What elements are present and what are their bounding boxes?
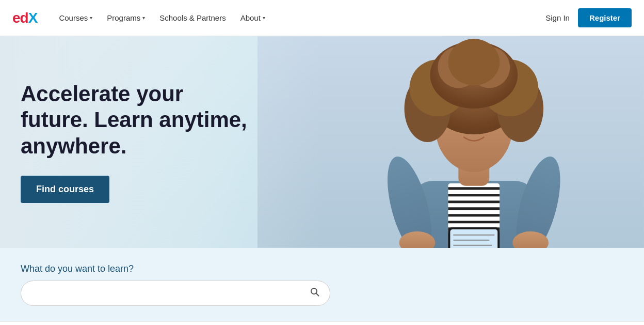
hero-illustration	[257, 36, 644, 248]
sign-in-link[interactable]: Sign In	[545, 13, 570, 22]
navbar-auth: Sign In Register	[545, 8, 632, 27]
navbar: edX Courses ▾ Programs ▾ Schools & Partn…	[0, 0, 644, 36]
chevron-down-icon: ▾	[142, 15, 145, 21]
svg-point-21	[448, 39, 500, 85]
nav-about[interactable]: About ▾	[234, 9, 271, 26]
chevron-down-icon: ▾	[263, 15, 265, 21]
svg-line-33	[316, 293, 319, 296]
logo-x: X	[28, 10, 38, 26]
nav-courses[interactable]: Courses ▾	[53, 9, 99, 26]
search-icon	[310, 287, 319, 297]
search-section: What do you want to learn?	[0, 248, 644, 321]
hero-section: Accelerate your future. Learn anytime, a…	[0, 36, 644, 248]
hero-content: Accelerate your future. Learn anytime, a…	[0, 81, 268, 203]
search-label: What do you want to learn?	[21, 264, 623, 274]
chevron-down-icon: ▾	[90, 15, 92, 21]
nav-schools[interactable]: Schools & Partners	[153, 9, 232, 26]
register-button[interactable]: Register	[578, 8, 632, 27]
nav-links: Courses ▾ Programs ▾ Schools & Partners …	[53, 9, 545, 26]
hero-image	[257, 36, 644, 248]
logo-ed: ed	[12, 10, 28, 26]
find-courses-button[interactable]: Find courses	[21, 176, 109, 203]
logo[interactable]: edX	[12, 10, 37, 26]
search-button[interactable]	[308, 285, 321, 301]
search-bar	[21, 281, 330, 306]
logo-text: edX	[12, 10, 37, 26]
partners-section: MIT Massachusetts Institute of Technolog…	[0, 321, 644, 325]
hero-title: Accelerate your future. Learn anytime, a…	[21, 81, 248, 159]
nav-programs[interactable]: Programs ▾	[101, 9, 151, 26]
search-input[interactable]	[29, 289, 308, 298]
